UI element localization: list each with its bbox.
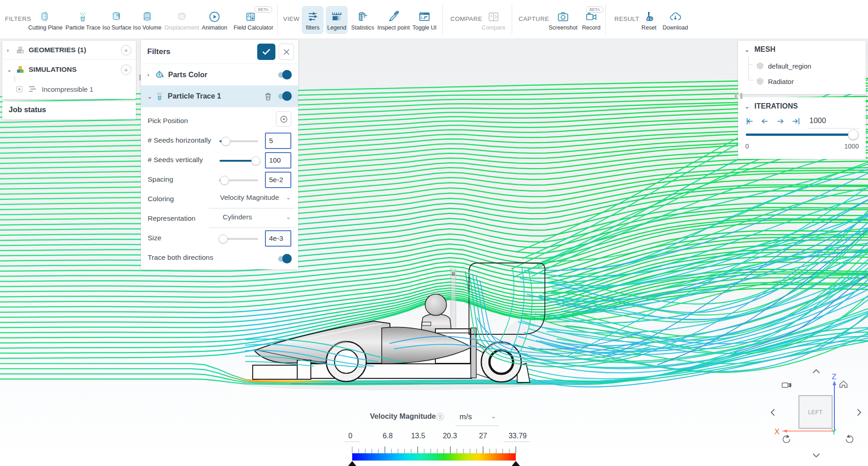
svg-text:Y: Y [831, 428, 836, 436]
svg-text:LEFT: LEFT [808, 409, 823, 416]
svg-text:X: X [774, 427, 779, 436]
svg-text:Z: Z [832, 372, 836, 381]
